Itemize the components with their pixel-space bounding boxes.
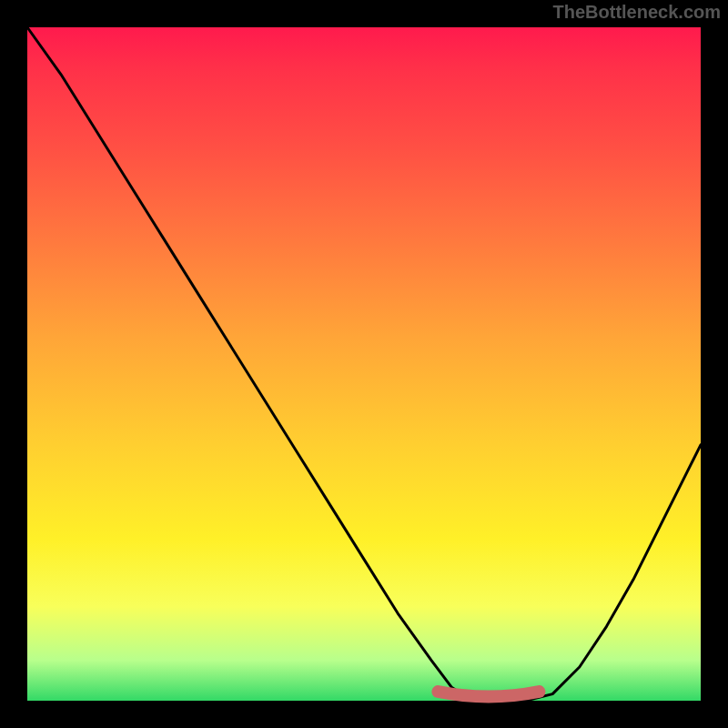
- highlight-segment: [438, 692, 539, 697]
- bottleneck-curve: [27, 27, 701, 701]
- curve-svg: [27, 27, 701, 701]
- chart-frame: TheBottleneck.com: [0, 0, 728, 728]
- plot-area: [27, 27, 701, 701]
- watermark-text: TheBottleneck.com: [553, 2, 721, 23]
